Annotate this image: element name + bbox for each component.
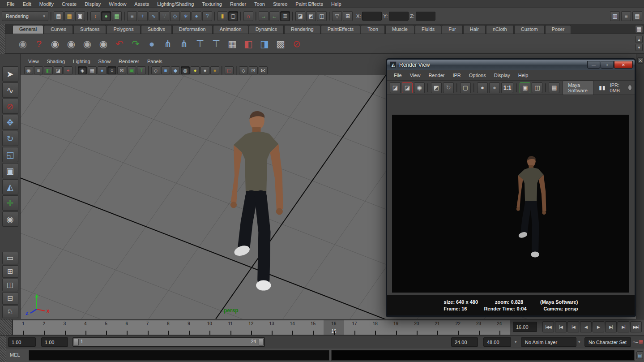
hypergraph-icon[interactable]: ▦ (225, 36, 240, 52)
gold-light-icon[interactable]: ● (210, 66, 219, 74)
render-current-frame-icon[interactable]: ◪ (390, 82, 401, 93)
timeline-grip[interactable] (0, 319, 13, 335)
red-curved-arrow-icon[interactable]: ↶ (112, 36, 127, 52)
scroll-down-icon[interactable]: ▼ (635, 44, 643, 51)
y-coordinate-input[interactable] (389, 12, 409, 21)
attribute-editor-icon[interactable]: ▤ (632, 11, 642, 21)
gray-light-icon[interactable]: ● (200, 66, 209, 74)
shelf-tab[interactable]: Poser (545, 25, 571, 34)
default-material-icon[interactable]: ▣ (127, 66, 136, 74)
film-gate-icon[interactable]: ▦ (88, 66, 97, 74)
step-back-key-button[interactable]: |◀ (567, 321, 579, 332)
timeline-frame[interactable]: 1616 (324, 320, 344, 335)
go-to-end-button[interactable]: ▶▶| (630, 321, 642, 332)
construction-history-icon[interactable]: ≣ (280, 11, 290, 21)
lock-icon[interactable]: ▮ (218, 11, 227, 21)
panel-menu-item[interactable]: Renderer (115, 59, 143, 64)
zoom-one-to-one-button[interactable]: 1:1 (501, 82, 513, 93)
key-icon[interactable]: ○– (632, 339, 638, 345)
persp-graph-layout-icon[interactable]: ⊟ (2, 292, 18, 305)
make-live-icon[interactable]: ● (192, 11, 201, 21)
menubar-item[interactable]: Edit (19, 1, 35, 7)
step-back-frame-button[interactable]: |◀ (555, 321, 567, 332)
menubar-item[interactable]: Modify (35, 1, 58, 7)
isolate-cube-icon[interactable]: ◇ (239, 66, 248, 74)
snap-curve-icon[interactable]: ∿ (149, 11, 158, 21)
timeline-frame[interactable]: 10 (199, 320, 220, 335)
menubar-item[interactable]: Assets (130, 1, 153, 7)
lasso-tool-icon[interactable]: ∿ (2, 82, 18, 98)
transform-fields-icon[interactable]: ⊞ (343, 11, 353, 21)
range-start-handle[interactable] (74, 339, 79, 345)
yellow-light-icon[interactable]: ● (191, 66, 200, 74)
shelf-tab[interactable]: Subdivs (141, 25, 172, 34)
menubar-item[interactable]: Texturing (198, 1, 226, 7)
range-end-handle[interactable] (259, 339, 264, 345)
bookmark-icon[interactable]: ◧ (44, 66, 53, 74)
timeline-frame[interactable]: 12 (241, 320, 261, 335)
light-dome-icon[interactable]: ◍ (181, 66, 190, 74)
render-settings-icon[interactable]: ▣ (520, 82, 530, 93)
ipr-render-icon[interactable]: ◩ (431, 82, 442, 93)
playback-start-field[interactable]: 1.00 (41, 337, 68, 347)
question-mark-icon[interactable]: ? (31, 36, 47, 52)
shelf-collapse-grip[interactable] (0, 24, 5, 54)
select-hierarchy-icon[interactable]: ↕ (90, 11, 100, 21)
character-model[interactable] (204, 108, 307, 296)
render-view-menu-item[interactable]: View (406, 73, 425, 78)
tool-settings-icon[interactable]: ≡ (621, 11, 631, 21)
menubar-item[interactable]: Display (81, 1, 105, 7)
timeline-frame[interactable]: 24 (489, 320, 510, 335)
playback-end-field[interactable]: 24.00 (451, 337, 478, 347)
animation-end-field[interactable]: 48.00 (483, 337, 511, 347)
shelf-tab[interactable]: General (13, 25, 43, 34)
bucket-single-icon[interactable]: ⊤ (209, 36, 224, 52)
timeline-frame[interactable]: 22 (448, 320, 468, 335)
region-render-icon[interactable]: ▢ (460, 82, 471, 93)
checker-cube-icon[interactable]: ▩ (273, 36, 288, 52)
dropdown-arrow-icon[interactable]: ▽ (332, 11, 342, 21)
panel-menu-item[interactable]: Show (94, 59, 115, 64)
xray-icon[interactable]: ⊠ (117, 66, 126, 74)
bucket-pair-icon[interactable]: ⊤ (192, 36, 208, 52)
camera-tumble-icon[interactable]: ◉ (47, 36, 63, 52)
rangebar-grip[interactable] (0, 336, 6, 349)
shelf-tab[interactable]: Dynamics (249, 25, 284, 34)
dragon-layout-icon[interactable]: ♘ (2, 306, 18, 318)
menubar-item[interactable]: Lighting/Shading (153, 1, 198, 7)
move-tool-icon[interactable]: ✥ (2, 115, 18, 130)
select-component-icon[interactable]: ▦ (112, 11, 122, 21)
shelf-tab[interactable]: Custom (514, 25, 545, 34)
chevron-down-icon[interactable]: ▾ (578, 340, 580, 344)
pause-ipr-icon[interactable]: ▮▮ (599, 85, 606, 91)
share-view-icon[interactable]: ⋉ (259, 66, 268, 74)
chevron-down-icon[interactable]: ▾ (515, 340, 517, 344)
render-view-menu-item[interactable]: Options (465, 73, 490, 78)
timeline-frame[interactable]: 21 (427, 320, 448, 335)
trash-icon[interactable]: ▦ (635, 25, 643, 33)
camera-select-icon[interactable]: ◉ (24, 66, 33, 74)
camera-dolly-icon[interactable]: ◉ (80, 36, 95, 52)
render-view-menu-item[interactable]: Help (514, 73, 533, 78)
ipr-render-icon[interactable]: ◩ (306, 11, 316, 21)
maximize-button[interactable]: ▫ (601, 61, 614, 69)
render-view-menu-item[interactable]: IPR (448, 73, 465, 78)
render-view-titlebar[interactable]: ◭ Render View —▫✕ (387, 60, 635, 70)
menubar-item[interactable]: Window (105, 1, 130, 7)
timeline-frame[interactable]: 5 (96, 320, 116, 335)
alpha-channel-icon[interactable]: ● (489, 82, 500, 93)
minimize-button[interactable]: — (587, 61, 600, 69)
shelf-tab[interactable]: Curves (44, 25, 73, 34)
timeline-frame[interactable]: 8 (158, 320, 179, 335)
channel-box-icon[interactable]: ▥ (610, 11, 620, 21)
range-slider-range[interactable]: 1 24 (73, 338, 264, 346)
snapshot-icon[interactable]: ◉ (414, 82, 425, 93)
anim-layer-selector[interactable]: No Anim Layer (521, 337, 576, 347)
shelf-tab[interactable]: Deformation (172, 25, 213, 34)
sphere-cube-select-icon[interactable]: ◨ (257, 36, 272, 52)
play-backwards-button[interactable]: ◀ (580, 321, 592, 332)
mel-mode-label[interactable]: MEL (10, 352, 20, 358)
film-reel-icon[interactable]: ◉ (15, 36, 30, 52)
command-output-field[interactable] (331, 350, 635, 361)
cluster-pair-icon[interactable]: ⋔ (176, 36, 192, 52)
